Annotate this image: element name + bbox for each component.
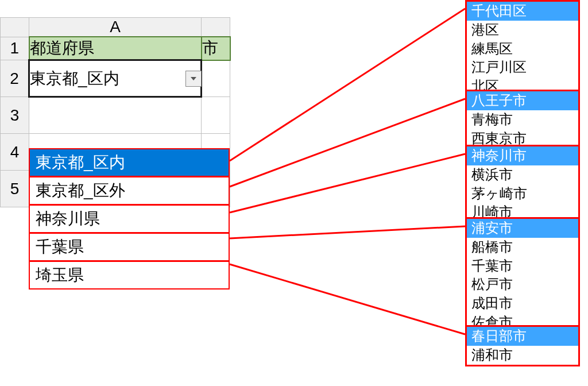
corner-cell (1, 18, 29, 37)
sublist-item[interactable]: 千代田区 (467, 2, 578, 21)
sublist-item[interactable]: 船橋市 (467, 238, 578, 257)
svg-line-3 (230, 226, 465, 238)
col-header-b[interactable] (202, 18, 230, 37)
sublist[interactable]: 浦安市船橋市千葉市松戸市成田市佐倉市 (465, 217, 580, 334)
sublist-item[interactable]: 青梅市 (467, 110, 578, 129)
sublist-item[interactable]: 茅ヶ崎市 (467, 184, 578, 203)
sublist-item[interactable]: 千葉市 (467, 257, 578, 276)
sublist-item[interactable]: 成田市 (467, 294, 578, 313)
col-header-a[interactable]: A (29, 18, 202, 37)
row-header-2[interactable]: 2 (1, 60, 29, 97)
dropdown-item[interactable]: 埼玉県 (29, 261, 230, 290)
active-cell-value: 東京都_区内 (30, 70, 119, 87)
cell-b1[interactable]: 市 (202, 37, 230, 60)
svg-line-2 (230, 154, 465, 213)
svg-line-4 (230, 264, 465, 334)
sublist-item[interactable]: 江戸川区 (467, 58, 578, 77)
cell-b3[interactable] (202, 97, 230, 134)
sublist-item[interactable]: 練馬区 (467, 40, 578, 59)
dropdown-item[interactable]: 東京都_区内 (29, 148, 230, 177)
sublist[interactable]: 神奈川市横浜市茅ヶ崎市川崎市 (465, 145, 580, 223)
dropdown-item[interactable]: 東京都_区外 (29, 176, 230, 205)
sublist-item[interactable]: 浦安市 (467, 219, 578, 238)
cell-a2[interactable]: 東京都_区内 (29, 60, 202, 97)
sublist-item[interactable]: 浦和市 (467, 346, 578, 365)
cell-a1[interactable]: 都道府県 (29, 37, 202, 60)
sublist-item[interactable]: 港区 (467, 21, 578, 40)
sublist[interactable]: 八王子市青梅市西東京市 (465, 90, 580, 149)
sublist-item[interactable]: 春日部市 (467, 327, 578, 346)
row-header-1[interactable]: 1 (1, 37, 29, 60)
row-header-4[interactable]: 4 (1, 134, 29, 171)
svg-line-0 (230, 9, 465, 161)
dropdown-item[interactable]: 神奈川県 (29, 204, 230, 233)
sublist[interactable]: 千代田区港区練馬区江戸川区北区 (465, 0, 580, 98)
sublist-item[interactable]: 神奈川市 (467, 146, 578, 165)
svg-line-1 (230, 99, 465, 187)
row-header-5[interactable]: 5 (1, 171, 29, 207)
sublist-item[interactable]: 八王子市 (467, 91, 578, 110)
cell-a3[interactable] (29, 97, 202, 134)
dropdown-toggle-icon[interactable] (185, 71, 202, 87)
row-header-3[interactable]: 3 (1, 97, 29, 134)
sublist-item[interactable]: 松戸市 (467, 275, 578, 294)
sublist[interactable]: 春日部市浦和市 (465, 325, 580, 366)
sublist-item[interactable]: 横浜市 (467, 165, 578, 184)
prefecture-dropdown[interactable]: 東京都_区内東京都_区外神奈川県千葉県埼玉県 (29, 148, 230, 290)
cell-b2[interactable] (202, 60, 230, 97)
dropdown-item[interactable]: 千葉県 (29, 233, 230, 261)
